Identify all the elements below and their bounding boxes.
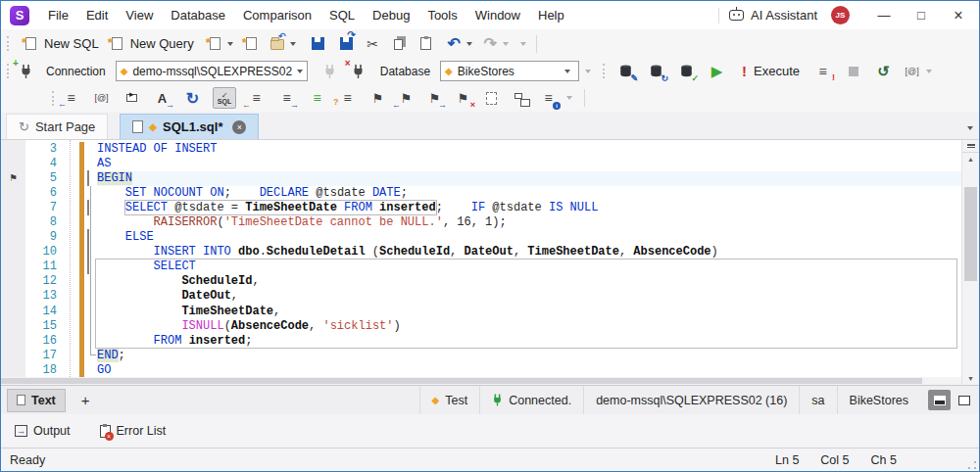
bookmark-cell[interactable] bbox=[1, 245, 25, 260]
code-line-9[interactable]: ELSE bbox=[97, 230, 961, 245]
toggle-comment-button[interactable]: ≡ ? bbox=[339, 90, 356, 107]
fold-margin[interactable] bbox=[86, 201, 97, 215]
code-area[interactable]: 3INSTEAD OF INSERT4AS⚑5BEGIN6 SET NOCOUN… bbox=[1, 142, 961, 378]
editor-splitter-handle[interactable] bbox=[962, 140, 979, 153]
menu-item-comparison[interactable]: Comparison bbox=[234, 1, 320, 29]
tab-text-view[interactable]: Text bbox=[7, 389, 66, 412]
collapse-toggle[interactable] bbox=[87, 170, 89, 186]
new-query-button[interactable]: New Query bbox=[104, 33, 199, 54]
check-database-button[interactable]: ✓ bbox=[678, 63, 695, 79]
macros-button[interactable]: [@] bbox=[93, 90, 110, 107]
collapse-toggle[interactable] bbox=[87, 244, 89, 260]
database-dropdown[interactable] bbox=[585, 70, 591, 73]
toolbar-grip[interactable] bbox=[7, 64, 12, 78]
edit-connection-button[interactable] bbox=[321, 63, 338, 79]
clear-bookmarks-button[interactable]: ⚑ × bbox=[455, 90, 471, 107]
ai-assistant-button[interactable]: AI Assistant bbox=[751, 8, 817, 23]
horizontal-scrollbar[interactable] bbox=[1, 377, 961, 385]
code-line-17[interactable]: END; bbox=[97, 349, 961, 363]
code-line-18[interactable]: GO bbox=[97, 363, 961, 378]
bookmark-cell[interactable] bbox=[1, 334, 25, 349]
toolbar2-overflow-dropdown[interactable] bbox=[926, 70, 932, 73]
split-layout-button[interactable] bbox=[928, 390, 951, 410]
collapse-toggle[interactable] bbox=[87, 259, 89, 274]
code-line-3[interactable]: INSTEAD OF INSERT bbox=[97, 142, 961, 157]
bookmark-cell[interactable] bbox=[1, 319, 25, 334]
output-panel-tab[interactable]: → Output bbox=[15, 424, 71, 438]
execute-button[interactable]: ! Execute bbox=[737, 61, 805, 81]
code-line-11[interactable]: SELECT bbox=[97, 260, 961, 274]
toggle-bookmark-button[interactable]: ⚑ bbox=[369, 90, 386, 107]
code-line-13[interactable]: DateOut, bbox=[97, 289, 961, 304]
new-connection-button[interactable]: + bbox=[18, 63, 34, 79]
code-line-8[interactable]: RAISERROR('TimeSheetDate cannot be NULL.… bbox=[97, 215, 961, 230]
execute-script-button[interactable]: ≡ ! bbox=[814, 63, 831, 79]
new-sql-button[interactable]: New SQL bbox=[18, 33, 104, 54]
vertical-scrollbar[interactable]: ▲ ▼ bbox=[961, 140, 979, 385]
cut-button[interactable]: ✂ bbox=[365, 35, 381, 52]
horizontal-scrollbar-thumb[interactable] bbox=[1, 378, 922, 384]
code-line-6[interactable]: SET NOCOUNT ON; DECLARE @tsdate DATE; bbox=[97, 186, 961, 201]
scroll-down-button[interactable]: ▼ bbox=[962, 372, 979, 385]
query-builder-button[interactable] bbox=[512, 90, 528, 107]
disconnect-button[interactable]: × bbox=[350, 63, 367, 79]
fold-margin[interactable] bbox=[86, 171, 97, 186]
minimize-button[interactable]: — bbox=[865, 1, 903, 29]
new-document-button[interactable] bbox=[207, 35, 223, 52]
rename-button[interactable]: ▸ bbox=[123, 90, 140, 107]
resize-grip[interactable] bbox=[967, 460, 977, 470]
bookmark-flag-icon[interactable]: ⚑ bbox=[1, 171, 25, 186]
tab-list-dropdown[interactable] bbox=[967, 126, 973, 130]
connection-select[interactable]: ◆ demo-mssql\SQLEXPRESS02 bbox=[116, 61, 308, 81]
stop-button[interactable] bbox=[845, 63, 861, 79]
bookmark-cell[interactable] bbox=[1, 274, 25, 289]
bookmark-cell[interactable] bbox=[1, 215, 25, 230]
bookmark-cell[interactable] bbox=[1, 157, 25, 171]
code-line-15[interactable]: ISNULL(AbsenceCode, 'sicklist') bbox=[97, 319, 961, 334]
format-code-button[interactable]: ≡ bbox=[309, 90, 325, 107]
menu-item-file[interactable]: File bbox=[39, 1, 77, 29]
collapse-toggle[interactable] bbox=[87, 229, 89, 245]
complete-word-button[interactable]: A → bbox=[154, 90, 171, 107]
menu-item-help[interactable]: Help bbox=[529, 1, 573, 29]
bookmark-cell[interactable] bbox=[1, 363, 25, 378]
toolbar-grip[interactable] bbox=[603, 64, 608, 78]
bookmark-cell[interactable] bbox=[1, 305, 25, 319]
bookmark-cell[interactable] bbox=[1, 289, 25, 304]
scroll-up-button[interactable]: ▲ bbox=[962, 153, 979, 165]
toolbar-grip[interactable] bbox=[52, 91, 57, 106]
database-select-arrow[interactable] bbox=[564, 70, 570, 73]
bookmark-cell[interactable] bbox=[1, 186, 25, 201]
menu-item-sql[interactable]: SQL bbox=[320, 1, 364, 29]
menu-item-window[interactable]: Window bbox=[466, 1, 529, 29]
tab-start-page[interactable]: ↻ Start Page bbox=[6, 114, 108, 139]
sql-code-editor[interactable]: 3INSTEAD OF INSERT4AS⚑5BEGIN6 SET NOCOUN… bbox=[1, 140, 979, 385]
close-tab-button[interactable]: × bbox=[232, 120, 246, 134]
run-button[interactable]: ▶ bbox=[709, 63, 725, 79]
menu-item-debug[interactable]: Debug bbox=[364, 1, 418, 29]
code-line-7[interactable]: SELECT @tsdate = TimeSheetDate FROM inse… bbox=[97, 201, 961, 215]
refresh-code-button[interactable]: ↻ bbox=[184, 90, 201, 107]
query-plan-button[interactable]: ≡ i bbox=[540, 90, 557, 107]
toolbar3-overflow-dropdown[interactable] bbox=[566, 96, 572, 100]
fold-margin[interactable] bbox=[86, 363, 97, 378]
fold-margin[interactable] bbox=[86, 319, 97, 334]
bookmark-cell[interactable] bbox=[1, 260, 25, 274]
validate-sql-button[interactable]: ✓ SQL bbox=[213, 87, 236, 109]
code-line-10[interactable]: INSERT INTO dbo.ScheduleDetail (Schedule… bbox=[97, 245, 961, 260]
add-view-button[interactable]: + bbox=[75, 392, 96, 408]
redo-button[interactable]: ↷ bbox=[482, 35, 499, 52]
document-outline-button[interactable] bbox=[483, 90, 500, 107]
bookmark-cell[interactable] bbox=[1, 230, 25, 245]
close-button[interactable]: × bbox=[940, 1, 977, 29]
menu-item-tools[interactable]: Tools bbox=[418, 1, 466, 29]
fold-margin[interactable] bbox=[86, 305, 97, 319]
fold-margin[interactable] bbox=[86, 186, 97, 201]
menu-item-database[interactable]: Database bbox=[162, 1, 234, 29]
maximize-button[interactable]: □ bbox=[903, 1, 940, 29]
undo-dropdown[interactable] bbox=[466, 42, 472, 46]
code-line-12[interactable]: ScheduleId, bbox=[97, 274, 961, 289]
database-select[interactable]: ◆ BikeStores bbox=[440, 61, 579, 81]
open-file-button[interactable] bbox=[270, 35, 286, 52]
previous-bookmark-button[interactable]: ⚑ ← bbox=[398, 90, 415, 107]
